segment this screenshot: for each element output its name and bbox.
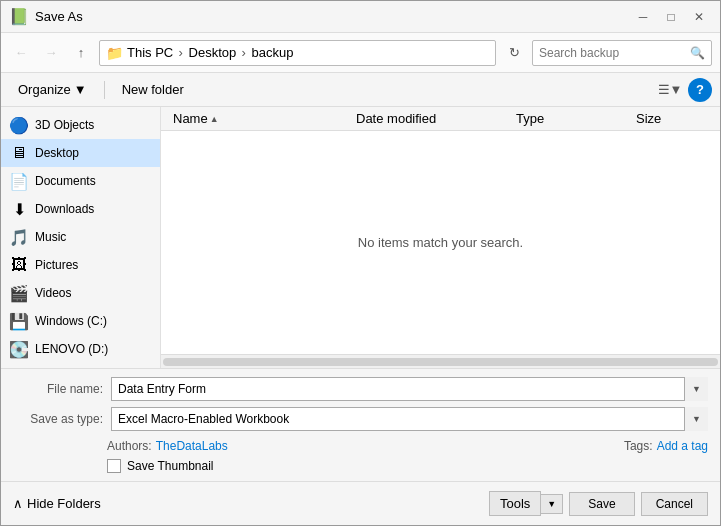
save-as-dialog: 📗 Save As ─ □ ✕ ← → ↑ 📁 This PC › Deskto… (0, 0, 721, 526)
bc-sep2: › (242, 45, 250, 60)
savetype-dropdown-button[interactable]: ▼ (684, 407, 708, 431)
3dobjects-icon: 🔵 (9, 116, 29, 135)
tools-button[interactable]: Tools (489, 491, 541, 516)
pictures-icon: 🖼 (9, 256, 29, 274)
lenovo-drive-icon: 💽 (9, 340, 29, 359)
new-folder-button[interactable]: New folder (113, 79, 193, 100)
col-name-header[interactable]: Name ▲ (169, 107, 352, 130)
sidebar-item-lenovo[interactable]: 💽 LENOVO (D:) (1, 335, 160, 363)
sidebar: 🔵 3D Objects 🖥 Desktop 📄 Documents ⬇ Dow… (1, 107, 161, 368)
sidebar-item-label: Pictures (35, 258, 78, 272)
search-box: 🔍 (532, 40, 712, 66)
breadcrumb: This PC › Desktop › backup (127, 45, 293, 60)
sidebar-item-desktop[interactable]: 🖥 Desktop (1, 139, 160, 167)
authors-value[interactable]: TheDataLabs (156, 439, 228, 453)
cancel-button[interactable]: Cancel (641, 492, 708, 516)
main-content: 🔵 3D Objects 🖥 Desktop 📄 Documents ⬇ Dow… (1, 107, 720, 368)
dialog-title: Save As (35, 9, 83, 24)
help-button[interactable]: ? (688, 78, 712, 102)
save-button[interactable]: Save (569, 492, 634, 516)
action-bar: ∧ Hide Folders Tools ▼ Save Cancel (1, 481, 720, 525)
address-bar: ← → ↑ 📁 This PC › Desktop › backup ↻ 🔍 (1, 33, 720, 73)
breadcrumb-bar[interactable]: 📁 This PC › Desktop › backup (99, 40, 496, 66)
savetype-input[interactable] (111, 407, 708, 431)
bottom-form: File name: ▼ Save as type: ▼ Authors: Th… (1, 368, 720, 481)
tags-value[interactable]: Add a tag (657, 439, 708, 453)
col-type-header[interactable]: Type (512, 107, 632, 130)
toolbar: Organize ▼ New folder ☰ ▼ ? (1, 73, 720, 107)
folder-icon: 📁 (106, 45, 123, 61)
sidebar-item-label: Documents (35, 174, 96, 188)
videos-icon: 🎬 (9, 284, 29, 303)
horizontal-scrollbar[interactable] (161, 354, 720, 368)
toolbar-separator (104, 81, 105, 99)
file-list-header: Name ▲ Date modified Type Size (161, 107, 720, 131)
tags-label: Tags: (624, 439, 653, 453)
col-size-header[interactable]: Size (632, 107, 712, 130)
downloads-icon: ⬇ (9, 200, 29, 219)
filename-dropdown-button[interactable]: ▼ (684, 377, 708, 401)
bc-sep1: › (179, 45, 187, 60)
tools-group: Tools ▼ (489, 491, 563, 516)
up-button[interactable]: ↑ (69, 41, 93, 65)
meta-row: Authors: TheDataLabs Tags: Add a tag (107, 437, 708, 455)
action-bar-left: ∧ Hide Folders (13, 496, 101, 511)
bc-backup[interactable]: backup (252, 45, 294, 60)
tools-label: Tools (500, 496, 530, 511)
filename-label: File name: (13, 382, 103, 396)
organize-label: Organize (18, 82, 71, 97)
window-controls: ─ □ ✕ (630, 6, 712, 28)
sidebar-item-label: Music (35, 230, 66, 244)
back-button[interactable]: ← (9, 41, 33, 65)
sidebar-item-label: Desktop (35, 146, 79, 160)
empty-message: No items match your search. (358, 235, 523, 250)
sidebar-item-label: Windows (C:) (35, 314, 107, 328)
savetype-row: Save as type: ▼ (13, 407, 708, 431)
sidebar-item-3dobjects[interactable]: 🔵 3D Objects (1, 111, 160, 139)
close-button[interactable]: ✕ (686, 6, 712, 28)
sidebar-item-pictures[interactable]: 🖼 Pictures (1, 251, 160, 279)
documents-icon: 📄 (9, 172, 29, 191)
new-folder-label: New folder (122, 82, 184, 97)
excel-icon: 📗 (9, 7, 29, 26)
scrollbar-track (163, 358, 718, 366)
forward-button[interactable]: → (39, 41, 63, 65)
sidebar-item-documents[interactable]: 📄 Documents (1, 167, 160, 195)
organize-arrow: ▼ (74, 82, 87, 97)
hide-folders-icon: ∧ (13, 496, 23, 511)
filename-input[interactable] (111, 377, 708, 401)
sidebar-item-label: Videos (35, 286, 71, 300)
sidebar-item-label: 3D Objects (35, 118, 94, 132)
sort-icon: ▲ (210, 114, 219, 124)
view-button[interactable]: ☰ ▼ (656, 78, 684, 102)
file-list: Name ▲ Date modified Type Size No items … (161, 107, 720, 368)
sidebar-item-label: LENOVO (D:) (35, 342, 108, 356)
toolbar-right: ☰ ▼ ? (656, 78, 712, 102)
hide-folders-button[interactable]: ∧ Hide Folders (13, 496, 101, 511)
title-bar: 📗 Save As ─ □ ✕ (1, 1, 720, 33)
title-bar-left: 📗 Save As (9, 7, 83, 26)
filename-row: File name: ▼ (13, 377, 708, 401)
thumbnail-checkbox[interactable] (107, 459, 121, 473)
filename-input-wrapper: ▼ (111, 377, 708, 401)
view-arrow: ▼ (670, 82, 683, 97)
sidebar-item-videos[interactable]: 🎬 Videos (1, 279, 160, 307)
minimize-button[interactable]: ─ (630, 6, 656, 28)
bc-thispc[interactable]: This PC (127, 45, 173, 60)
search-input[interactable] (539, 46, 686, 60)
sidebar-item-windows[interactable]: 💾 Windows (C:) (1, 307, 160, 335)
sidebar-item-music[interactable]: 🎵 Music (1, 223, 160, 251)
savetype-label: Save as type: (13, 412, 103, 426)
sidebar-item-downloads[interactable]: ⬇ Downloads (1, 195, 160, 223)
music-icon: 🎵 (9, 228, 29, 247)
bc-desktop[interactable]: Desktop (189, 45, 237, 60)
desktop-icon: 🖥 (9, 144, 29, 162)
view-icon: ☰ (658, 82, 670, 97)
organize-button[interactable]: Organize ▼ (9, 79, 96, 100)
windows-drive-icon: 💾 (9, 312, 29, 331)
refresh-button[interactable]: ↻ (502, 41, 526, 65)
maximize-button[interactable]: □ (658, 6, 684, 28)
thumbnail-label[interactable]: Save Thumbnail (127, 459, 214, 473)
tools-dropdown-button[interactable]: ▼ (541, 494, 563, 514)
col-date-header[interactable]: Date modified (352, 107, 512, 130)
